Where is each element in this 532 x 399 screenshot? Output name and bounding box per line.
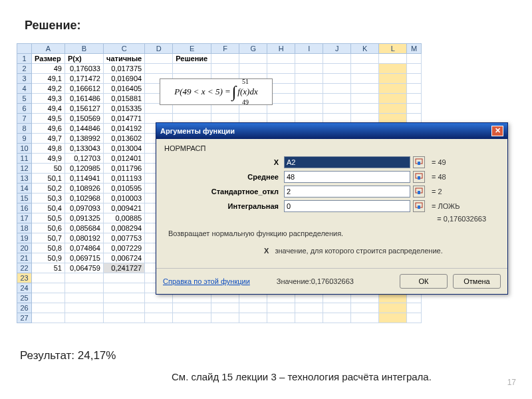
close-icon[interactable]: ✕ <box>491 126 503 136</box>
cell-A18[interactable]: 50,6 <box>32 223 65 233</box>
cell-C7[interactable]: 0,014771 <box>104 114 145 124</box>
cell-B21[interactable]: 0,069715 <box>65 253 104 263</box>
cell-M26[interactable] <box>407 303 422 313</box>
cell-J26[interactable] <box>323 303 351 313</box>
row-23[interactable]: 23 <box>17 273 32 283</box>
cell-D2[interactable] <box>145 64 173 74</box>
cell-C23[interactable] <box>104 273 145 283</box>
cell-L27[interactable] <box>379 313 407 323</box>
cell-I27[interactable] <box>295 313 323 323</box>
range-select-icon[interactable] <box>413 156 425 168</box>
cell-A24[interactable] <box>32 283 65 293</box>
cell-B26[interactable] <box>65 303 104 313</box>
cell-L6[interactable] <box>379 104 407 114</box>
cell-B20[interactable]: 0,074864 <box>65 243 104 253</box>
cell-B14[interactable]: 0,108926 <box>65 184 104 194</box>
cell-E26[interactable] <box>173 303 211 313</box>
cell-C22[interactable]: 0,241727 <box>104 263 145 273</box>
arg-input-Интегральная[interactable] <box>284 200 410 212</box>
cell-J1[interactable] <box>323 54 351 64</box>
row-7[interactable]: 7 <box>17 114 32 124</box>
col-L[interactable]: L <box>379 44 407 54</box>
cell-C24[interactable] <box>104 283 145 293</box>
cell-C12[interactable]: 0,011796 <box>104 164 145 174</box>
row-15[interactable]: 15 <box>17 194 32 203</box>
col-F[interactable]: F <box>211 44 239 54</box>
cell-I26[interactable] <box>295 303 323 313</box>
ok-button[interactable]: ОК <box>400 274 448 289</box>
cell-L4[interactable] <box>379 84 407 94</box>
cell-G27[interactable] <box>239 313 267 323</box>
cell-K6[interactable] <box>351 104 379 114</box>
cell-M1[interactable] <box>407 54 422 64</box>
row-26[interactable]: 26 <box>17 303 32 313</box>
cell-A23[interactable] <box>32 273 65 283</box>
row-16[interactable]: 16 <box>17 203 32 213</box>
cell-A7[interactable]: 49,5 <box>32 114 65 124</box>
cell-A1[interactable]: Размер <box>32 54 65 64</box>
row-1[interactable]: 1 <box>17 54 32 64</box>
cell-B10[interactable]: 0,133043 <box>65 144 104 154</box>
cell-J6[interactable] <box>323 104 351 114</box>
cell-I2[interactable] <box>295 64 323 74</box>
cell-K5[interactable] <box>351 94 379 104</box>
cell-B18[interactable]: 0,085684 <box>65 223 104 233</box>
cell-M3[interactable] <box>407 74 422 84</box>
cell-J27[interactable] <box>323 313 351 323</box>
row-12[interactable]: 12 <box>17 164 32 174</box>
cell-B15[interactable]: 0,102968 <box>65 194 104 203</box>
cell-C4[interactable]: 0,016405 <box>104 84 145 94</box>
dialog-titlebar[interactable]: Аргументы функции ✕ <box>156 123 507 139</box>
cell-K1[interactable] <box>351 54 379 64</box>
arg-input-Стандартное_откл[interactable] <box>284 186 410 198</box>
cell-A10[interactable]: 49,8 <box>32 144 65 154</box>
cell-B5[interactable]: 0,161486 <box>65 94 104 104</box>
cell-A27[interactable] <box>32 313 65 323</box>
cell-A4[interactable]: 49,2 <box>32 84 65 94</box>
cell-A20[interactable]: 50,8 <box>32 243 65 253</box>
cell-G26[interactable] <box>239 303 267 313</box>
cell-C15[interactable]: 0,010003 <box>104 194 145 203</box>
cell-B12[interactable]: 0,120985 <box>65 164 104 174</box>
row-9[interactable]: 9 <box>17 134 32 144</box>
cell-I6[interactable] <box>295 104 323 114</box>
cell-B23[interactable] <box>65 273 104 283</box>
cell-B8[interactable]: 0,144846 <box>65 124 104 134</box>
row-25[interactable]: 25 <box>17 293 32 303</box>
cell-A25[interactable] <box>32 293 65 303</box>
col-K[interactable]: K <box>351 44 379 54</box>
cell-C8[interactable]: 0,014192 <box>104 124 145 134</box>
cell-A17[interactable]: 50,5 <box>32 213 65 223</box>
cell-A12[interactable]: 50 <box>32 164 65 174</box>
row-2[interactable]: 2 <box>17 64 32 74</box>
cell-F26[interactable] <box>211 303 239 313</box>
cell-A21[interactable]: 50,9 <box>32 253 65 263</box>
cell-C18[interactable]: 0,008294 <box>104 223 145 233</box>
cell-I4[interactable] <box>295 84 323 94</box>
help-link[interactable]: Справка по этой функции <box>163 277 250 285</box>
row-18[interactable]: 18 <box>17 223 32 233</box>
cell-A26[interactable] <box>32 303 65 313</box>
cancel-button[interactable]: Отмена <box>453 274 501 289</box>
cell-D1[interactable] <box>145 54 173 64</box>
row-24[interactable]: 24 <box>17 283 32 293</box>
row-14[interactable]: 14 <box>17 184 32 194</box>
cell-H26[interactable] <box>267 303 295 313</box>
row-13[interactable]: 13 <box>17 174 32 184</box>
cell-B13[interactable]: 0,114941 <box>65 174 104 184</box>
cell-A22[interactable]: 51 <box>32 263 65 273</box>
cell-A5[interactable]: 49,3 <box>32 94 65 104</box>
col-I[interactable]: I <box>295 44 323 54</box>
col-C[interactable]: C <box>104 44 145 54</box>
cell-K26[interactable] <box>351 303 379 313</box>
cell-D26[interactable] <box>145 303 173 313</box>
cell-J4[interactable] <box>323 84 351 94</box>
cell-K27[interactable] <box>351 313 379 323</box>
cell-A15[interactable]: 50,3 <box>32 194 65 203</box>
row-10[interactable]: 10 <box>17 144 32 154</box>
cell-I1[interactable] <box>295 54 323 64</box>
col-E[interactable]: E <box>173 44 211 54</box>
cell-B25[interactable] <box>65 293 104 303</box>
cell-B9[interactable]: 0,138992 <box>65 134 104 144</box>
cell-B6[interactable]: 0,156127 <box>65 104 104 114</box>
